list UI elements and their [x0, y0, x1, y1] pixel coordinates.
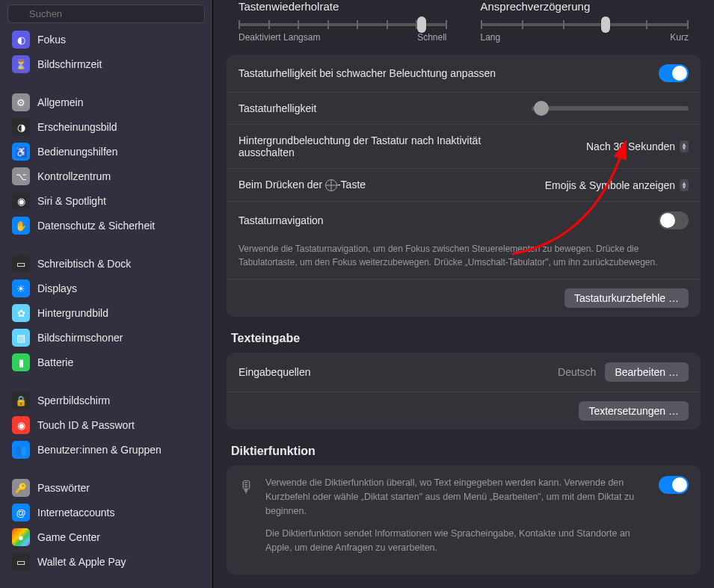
sidebar-item-label: Schreibtisch & Dock [37, 258, 131, 270]
text-input-panel: Eingabequellen Deutsch Bearbeiten … Text… [227, 353, 701, 430]
sidebar-item-label: Siri & Spotlight [37, 195, 106, 207]
fn-key-label: Beim Drücken der -Taste [238, 179, 366, 191]
delay-title: Ansprechverzögerung [481, 0, 689, 13]
sidebar-item-displays[interactable]: ☀ Displays [7, 276, 205, 300]
sidebar-item-gamecenter[interactable]: ● Game Center [7, 525, 205, 549]
sidebar-item-label: Datenschutz & Sicherheit [37, 220, 155, 232]
updown-icon: ▲▼ [680, 140, 689, 152]
sidebar-item-passworter[interactable]: 🔑 Passwörter [7, 476, 205, 500]
appearance-icon: ◑ [12, 118, 30, 136]
toggles-icon: ⌥ [12, 167, 30, 185]
backlight-off-select[interactable]: Nach 30 Sekunden ▲▼ [586, 140, 689, 152]
sidebar-item-touchid[interactable]: ◉ Touch ID & Passwort [7, 413, 205, 437]
dictation-section-title: Diktierfunktion [231, 445, 701, 458]
input-sources-value: Deutsch [558, 366, 596, 378]
sidebar-item-benutzer[interactable]: 👥 Benutzer:innen & Gruppen [7, 438, 205, 462]
slider-label-right: Schnell [417, 32, 446, 43]
hand-icon: ✋ [12, 217, 30, 235]
sidebar-item-label: Kontrollzentrum [37, 170, 111, 182]
sidebar-item-label: Touch ID & Passwort [37, 419, 135, 431]
repeat-rate-title: Tastenwiederholrate [238, 0, 447, 13]
moon-icon: ◐ [12, 31, 30, 49]
sidebar-item-label: Erscheinungsbild [37, 121, 117, 133]
text-replacements-button[interactable]: Textersetzungen … [579, 401, 689, 421]
search-input[interactable] [7, 4, 205, 23]
keyboard-brightness-slider[interactable] [532, 106, 689, 111]
microphone-icon: 🎙 [238, 476, 255, 497]
keyboard-brightness-label: Tastaturhelligkeit [238, 102, 316, 114]
dictation-description: Verwende die Diktierfunktion überall, wo… [265, 476, 648, 564]
text-input-section-title: Texteingabe [231, 332, 701, 345]
sidebar-item-erscheinungsbild[interactable]: ◑ Erscheinungsbild [7, 115, 205, 139]
sidebar-item-label: Batterie [37, 356, 73, 368]
main-content: Tastenwiederholrate Deaktiviert Langsam … [213, 0, 714, 588]
users-icon: 👥 [12, 441, 30, 459]
gamecenter-icon: ● [12, 528, 30, 546]
sidebar-item-hintergrundbild[interactable]: ✿ Hintergrundbild [7, 301, 205, 325]
dock-icon: ▭ [12, 255, 30, 273]
sidebar-item-fokus[interactable]: ◐ Fokus [7, 28, 205, 52]
delay-slider[interactable] [481, 23, 689, 26]
sidebar-item-label: Allgemein [37, 96, 83, 108]
sidebar-item-label: Bildschirmschoner [37, 332, 123, 344]
edit-sources-button[interactable]: Bearbeiten … [605, 362, 689, 382]
sidebar-item-bedienungshilfen[interactable]: ♿ Bedienungshilfen [7, 140, 205, 164]
sidebar-item-label: Wallet & Apple Pay [37, 556, 126, 568]
sidebar-item-siri[interactable]: ◉ Siri & Spotlight [7, 189, 205, 213]
sidebar-item-bildschirmzeit[interactable]: ⏳ Bildschirmzeit [7, 52, 205, 76]
sidebar-item-schreibtisch[interactable]: ▭ Schreibtisch & Dock [7, 252, 205, 276]
slider-label-left: Lang [481, 32, 501, 43]
dictation-panel: 🎙 Verwende die Diktierfunktion überall, … [227, 465, 701, 575]
gear-icon: ⚙ [12, 93, 30, 111]
accessibility-icon: ♿ [12, 143, 30, 161]
keyboard-nav-toggle[interactable] [659, 211, 689, 229]
sidebar-item-internetaccounts[interactable]: @ Internetaccounts [7, 501, 205, 524]
sidebar-item-label: Benutzer:innen & Gruppen [37, 444, 161, 456]
keyboard-nav-label: Tastaturnavigation [238, 214, 324, 226]
sidebar-item-batterie[interactable]: ▮ Batterie [7, 350, 205, 374]
input-sources-label: Eingabequellen [238, 366, 311, 378]
keyboard-panel: Tastaturhelligkeit bei schwacher Beleuch… [227, 55, 701, 317]
slider-label-right: Kurz [670, 32, 689, 43]
sidebar-item-allgemein[interactable]: ⚙ Allgemein [7, 90, 205, 114]
at-icon: @ [12, 504, 30, 522]
sidebar-item-label: Internetaccounts [37, 507, 115, 519]
sidebar-item-bildschirmschoner[interactable]: ▧ Bildschirmschoner [7, 326, 205, 350]
keyboard-nav-desc: Verwende die Tastaturnavigation, um den … [238, 243, 689, 269]
sidebar-item-label: Fokus [37, 34, 66, 46]
wallpaper-icon: ✿ [12, 304, 30, 322]
display-icon: ☀ [12, 279, 30, 297]
sidebar-item-label: Game Center [37, 531, 100, 543]
sidebar-item-label: Sperrbildschirm [37, 394, 110, 406]
hourglass-icon: ⏳ [12, 55, 30, 73]
adjust-brightness-toggle[interactable] [659, 64, 689, 82]
sidebar-item-label: Passwörter [37, 482, 90, 494]
key-icon: 🔑 [12, 479, 30, 497]
siri-icon: ◉ [12, 192, 30, 210]
sidebar-item-label: Hintergrundbild [37, 307, 108, 319]
repeat-rate-slider[interactable] [238, 23, 447, 26]
updown-icon: ▲▼ [680, 179, 689, 191]
keyboard-shortcuts-button[interactable]: Tastaturkurzbefehle … [564, 288, 689, 308]
sidebar-item-wallet[interactable]: ▭ Wallet & Apple Pay [7, 550, 205, 574]
backlight-off-label: Hintergrundbeleuchtung der Tastatur nach… [238, 134, 538, 158]
fn-key-select[interactable]: Emojis & Symbole anzeigen ▲▼ [545, 179, 689, 191]
globe-icon [325, 179, 337, 191]
adjust-brightness-label: Tastaturhelligkeit bei schwacher Beleuch… [238, 67, 496, 79]
fingerprint-icon: ◉ [12, 416, 30, 434]
sidebar-item-sperrbildschirm[interactable]: 🔒 Sperrbildschirm [7, 389, 205, 412]
sidebar: ◐ Fokus ⏳ Bildschirmzeit ⚙ Allgemein ◑ E… [0, 0, 213, 588]
battery-icon: ▮ [12, 353, 30, 371]
sidebar-item-datenschutz[interactable]: ✋ Datenschutz & Sicherheit [7, 214, 205, 238]
screensaver-icon: ▧ [12, 329, 30, 347]
sidebar-item-kontrollzentrum[interactable]: ⌥ Kontrollzentrum [7, 164, 205, 188]
sidebar-item-label: Bildschirmzeit [37, 58, 102, 70]
sidebar-item-label: Bedienungshilfen [37, 146, 117, 158]
lock-icon: 🔒 [12, 392, 30, 409]
slider-label-left: Deaktiviert Langsam [238, 32, 320, 43]
wallet-icon: ▭ [12, 553, 30, 571]
dictation-toggle[interactable] [659, 476, 689, 494]
sidebar-item-label: Displays [37, 282, 77, 294]
